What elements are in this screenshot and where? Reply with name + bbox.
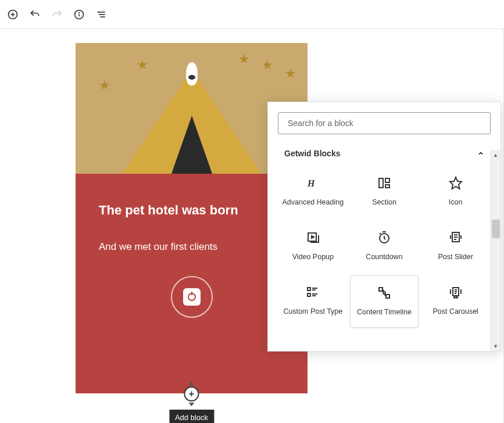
block-countdown[interactable]: Countdown xyxy=(350,221,419,273)
block-post-carousel[interactable]: Post Carousel xyxy=(421,275,490,328)
advanced-heading-icon: H xyxy=(306,174,320,192)
svg-point-5 xyxy=(79,12,80,13)
scroll-down-icon[interactable]: ▼ xyxy=(491,341,501,351)
svg-point-40 xyxy=(454,297,455,298)
block-content-timeline[interactable]: Content Timeline xyxy=(350,275,419,328)
redo-icon[interactable] xyxy=(50,8,64,21)
block-custom-post-type[interactable]: Custom Post Type xyxy=(278,275,348,328)
svg-point-41 xyxy=(456,297,457,298)
svg-rect-11 xyxy=(385,178,389,182)
scroll-up-icon[interactable]: ▲ xyxy=(491,150,501,160)
block-grid: H Advanced Heading Section Icon Video Po… xyxy=(268,166,501,328)
svg-text:H: H xyxy=(307,178,315,188)
svg-rect-31 xyxy=(386,295,389,298)
video-popup-icon xyxy=(306,229,320,246)
block-inserter-panel: Getwid Blocks H Advanced Heading Section… xyxy=(267,102,501,352)
block-post-slider[interactable]: Post Slider xyxy=(421,221,490,273)
category-title: Getwid Blocks xyxy=(284,149,340,158)
block-icon-block[interactable]: Icon xyxy=(421,166,490,218)
add-block-control: + Add block xyxy=(169,382,214,423)
add-block-button[interactable]: + xyxy=(184,386,199,402)
svg-rect-23 xyxy=(308,288,310,291)
post-slider-icon xyxy=(449,229,463,246)
svg-rect-12 xyxy=(385,185,389,188)
svg-rect-26 xyxy=(308,293,310,296)
search-input[interactable] xyxy=(278,112,491,134)
svg-rect-10 xyxy=(379,178,383,188)
svg-point-30 xyxy=(383,292,385,294)
section-icon xyxy=(377,174,391,192)
editor-toolbar xyxy=(0,0,504,29)
timer-icon xyxy=(171,276,213,318)
content-timeline-icon xyxy=(377,284,391,302)
scrollbar[interactable]: ▲ ▼ xyxy=(490,150,501,351)
svg-rect-29 xyxy=(379,288,383,291)
add-block-tooltip: Add block xyxy=(169,410,214,423)
custom-post-type-icon xyxy=(306,284,320,301)
block-section[interactable]: Section xyxy=(350,166,419,218)
block-title[interactable]: The pet hotel was born xyxy=(99,203,284,218)
star-icon xyxy=(449,174,463,192)
caret-up-icon xyxy=(189,382,195,385)
countdown-icon xyxy=(377,229,391,246)
add-block-icon[interactable] xyxy=(6,8,20,21)
post-carousel-icon xyxy=(449,284,463,301)
outline-icon[interactable] xyxy=(94,8,108,21)
scrollbar-thumb[interactable] xyxy=(492,220,500,238)
undo-icon[interactable] xyxy=(28,8,42,21)
chevron-up-icon xyxy=(477,150,484,157)
caret-down-icon xyxy=(189,403,195,406)
block-subtitle[interactable]: And we met our first clients xyxy=(99,241,284,253)
block-advanced-heading[interactable]: H Advanced Heading xyxy=(278,166,348,218)
svg-marker-15 xyxy=(312,236,314,238)
info-icon[interactable] xyxy=(72,8,86,21)
svg-marker-13 xyxy=(450,177,462,189)
category-header[interactable]: Getwid Blocks xyxy=(268,144,501,166)
block-video-popup[interactable]: Video Popup xyxy=(278,221,348,273)
